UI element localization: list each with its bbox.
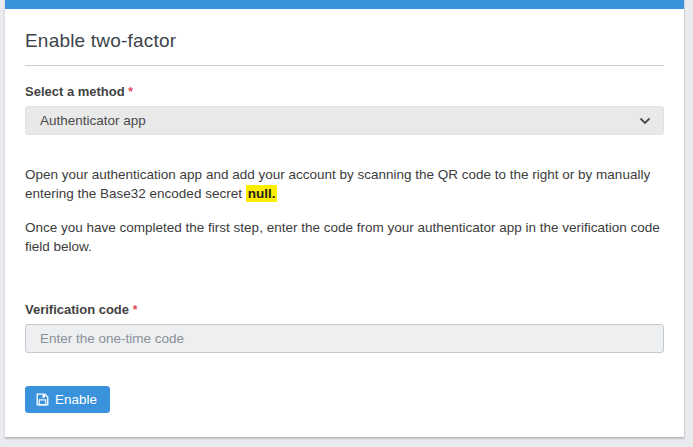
instructions-paragraph-2: Once you have completed the first step, … <box>25 219 664 256</box>
verification-required-marker: * <box>133 303 138 317</box>
method-select[interactable]: Authenticator app <box>25 106 664 135</box>
base32-secret-value: null. <box>246 185 278 202</box>
verification-label: Verification code * <box>25 302 664 317</box>
method-label: Select a method * <box>25 84 664 99</box>
verification-code-input[interactable] <box>25 324 664 353</box>
verification-form-group: Verification code * <box>25 302 664 353</box>
enable-button[interactable]: Enable <box>25 386 110 413</box>
verification-label-text: Verification code <box>25 302 129 317</box>
instructions-paragraph-1: Open your authentication app and add you… <box>25 166 664 203</box>
page-title: Enable two-factor <box>25 30 664 66</box>
method-form-group: Select a method * Authenticator app <box>25 84 664 135</box>
method-select-value: Authenticator app <box>40 113 639 128</box>
method-label-text: Select a method <box>25 84 125 99</box>
method-required-marker: * <box>128 85 133 99</box>
enable-button-label: Enable <box>55 392 97 407</box>
save-icon <box>36 393 49 406</box>
two-factor-card: Enable two-factor Select a method * Auth… <box>5 0 684 438</box>
chevron-down-icon <box>639 117 651 125</box>
instructions-paragraph-1-text: Open your authentication app and add you… <box>25 167 650 201</box>
